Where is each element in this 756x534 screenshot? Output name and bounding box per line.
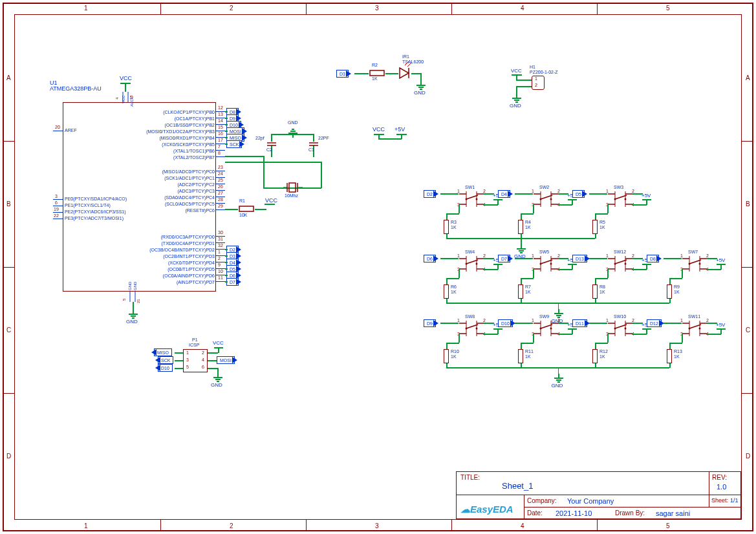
icsp-body: 1 2 3 4 5 6 (183, 349, 208, 372)
crystal (283, 181, 303, 194)
svg-text:1: 1 (457, 253, 460, 258)
schematic-sheet: 1 2 3 4 5 1 2 3 4 5 A B C D A B C D U1 A… (0, 0, 756, 534)
svg-text:2: 2 (632, 318, 634, 323)
date-value: 2021-11-10 (556, 509, 592, 517)
c2-ref: C2 (266, 147, 272, 152)
grid-row: D (6, 453, 11, 460)
svg-point-125 (466, 328, 468, 330)
grid-row: A (746, 74, 750, 81)
h1-pin1: 1 (535, 76, 537, 81)
drawn-label: Drawn By: (615, 509, 645, 517)
h1-body (532, 76, 545, 90)
plus5v-label: +5V (394, 126, 405, 133)
company-label: Company: (527, 497, 557, 504)
date-label: Date: (527, 509, 543, 517)
svg-text:1: 1 (457, 189, 460, 193)
svg-point-165 (699, 328, 701, 330)
sheet-value: 1/1 (730, 497, 739, 504)
grid-col: 3 (375, 5, 379, 12)
grid-row: C (6, 326, 11, 334)
c1-ref: C1 (308, 147, 314, 152)
svg-text:1: 1 (532, 189, 534, 193)
pin-name: PE1(PTCXY/SCL1/T4) (65, 203, 111, 208)
svg-text:1: 1 (532, 253, 534, 258)
grid-col: 2 (230, 522, 233, 529)
title-value: Sheet_1 (502, 481, 533, 491)
svg-text:1: 1 (680, 318, 683, 323)
pin-num: 6 (55, 200, 58, 205)
ir1-ref: IR1 (402, 54, 409, 59)
grid-row: B (6, 200, 11, 208)
svg-point-87 (550, 263, 552, 265)
r1-ref: R1 (239, 198, 245, 203)
netport-d10: D10 (155, 364, 173, 372)
crystal-val: 16Mhz (285, 193, 298, 198)
vcc-label: VCC (265, 197, 277, 204)
svg-rect-17 (239, 206, 254, 211)
ir1-val: TSAL6200 (402, 59, 424, 64)
gnd-label: GND (288, 120, 298, 125)
svg-text:2: 2 (706, 253, 709, 258)
svg-point-164 (689, 328, 691, 330)
svg-point-48 (550, 198, 552, 200)
grid-row: D (746, 453, 750, 460)
netport-sck: SCK (155, 356, 173, 364)
svg-point-86 (540, 263, 542, 265)
svg-text:1: 1 (680, 253, 683, 258)
u1-part: ATMEGA328PB-AU (50, 85, 102, 92)
grid-col: 4 (521, 522, 524, 529)
svg-point-34 (466, 198, 468, 200)
svg-text:2: 2 (483, 318, 486, 323)
rev-value: 1.0 (717, 483, 726, 491)
svg-text:1: 1 (606, 253, 609, 258)
svg-point-151 (614, 328, 616, 330)
svg-text:2: 2 (706, 318, 709, 323)
grid-col: 1 (84, 522, 88, 529)
r2-ref: R2 (372, 63, 378, 67)
title-block: TITLE: Sheet_1 REV: 1.0 ☁EasyEDA Company… (456, 471, 741, 519)
h1-val: PZ200-1-02-Z (530, 70, 558, 74)
r1 (238, 206, 255, 212)
h1-ref: H1 (530, 65, 535, 69)
svg-point-100 (625, 263, 627, 265)
c2-val: 22pf (255, 136, 265, 140)
drawn-value: sagar saini (656, 509, 690, 517)
company-value: Your Company (567, 497, 614, 505)
grid-col: 5 (666, 522, 670, 529)
grid-col: 1 (84, 5, 88, 12)
gnd-symbol: GND (212, 373, 224, 382)
vcc-label: VCC (213, 340, 224, 346)
grid-col: 4 (521, 5, 524, 12)
r2-val: 1K (372, 76, 378, 81)
svg-text:2: 2 (557, 318, 560, 323)
gnd-symbol: GND (415, 81, 427, 90)
svg-text:1: 1 (606, 189, 609, 193)
pin-name: PE0(PTCXY/SDA1/ICP4/ACO) (65, 197, 127, 201)
vcc-label: VCC (373, 126, 385, 133)
vcc-label: VCC (511, 68, 522, 74)
svg-text:2: 2 (632, 189, 634, 193)
svg-point-61 (625, 198, 627, 200)
svg-text:2: 2 (557, 253, 560, 258)
gnd-symbol: GND (127, 310, 139, 319)
icsp-val: ICSP (189, 343, 199, 347)
pin-num: 3 (55, 194, 58, 198)
easyeda-logo: ☁EasyEDA (460, 504, 513, 515)
svg-point-74 (476, 263, 478, 265)
grid-col: 3 (375, 522, 379, 529)
switch-block: D8SW71234+5VR91K (666, 252, 737, 304)
pin-name: AREF (65, 128, 77, 133)
vcc-label: VCC (120, 75, 132, 81)
svg-point-113 (699, 263, 701, 265)
svg-point-139 (550, 328, 552, 330)
gnd-symbol (287, 126, 299, 135)
grid-col: 5 (666, 5, 670, 12)
grid-row: A (6, 74, 11, 81)
h1-pin2: 2 (535, 83, 537, 87)
svg-text:1: 1 (457, 318, 460, 323)
svg-rect-18 (370, 70, 384, 76)
netport-d3: D3 (336, 70, 351, 78)
svg-point-99 (614, 263, 616, 265)
svg-point-35 (476, 198, 478, 200)
svg-text:2: 2 (483, 189, 486, 193)
